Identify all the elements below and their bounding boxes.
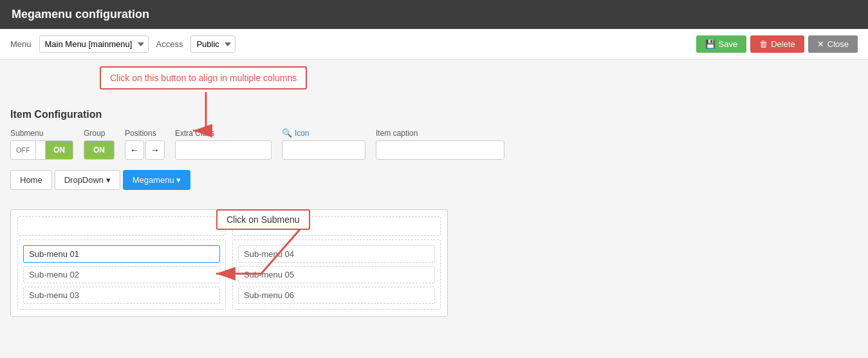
submenu-field: Submenu OFF ON (10, 129, 73, 160)
position-right-button[interactable]: → (145, 140, 165, 160)
toolbar-buttons: 💾 Save 🗑 Delete ✕ Close (696, 35, 858, 53)
toggle-on-label: ON (46, 141, 73, 159)
icon-input[interactable] (282, 140, 365, 160)
tab-megamenu-label: Megamenu (133, 175, 174, 185)
icon-label-text: Icon (295, 129, 309, 138)
icon-field: 🔍 Icon (282, 128, 365, 160)
callout-align-box: Click on this button to align in multipl… (100, 66, 307, 90)
mega-item-2-label: Sub-menu 02 (29, 270, 79, 279)
config-row: Submenu OFF ON Group ON Positions ← → (10, 128, 858, 160)
delete-button[interactable]: 🗑 Delete (750, 35, 804, 53)
save-label: Save (719, 39, 738, 49)
search-icon: 🔍 (282, 128, 292, 138)
submenu-label: Submenu (10, 129, 73, 138)
menu-label: Menu (10, 39, 32, 49)
mega-column-2-items: Sub-menu 04 Sub-menu 05 Sub-menu 06 (232, 240, 441, 310)
megamenu-column-1: Sub-menu 01 Sub-menu 02 Sub-menu 03 (17, 216, 226, 310)
menu-select[interactable]: Main Menu [mainmenu] (39, 35, 149, 53)
delete-icon: 🗑 (759, 39, 768, 49)
tab-megamenu[interactable]: Megamenu (123, 170, 191, 190)
extra-class-field: Extra Class (175, 129, 272, 160)
callout-align-text: Click on this button to align in multipl… (110, 73, 297, 83)
mega-item-1[interactable]: Sub-menu 01 (23, 245, 220, 263)
icon-label-row: 🔍 Icon (282, 128, 365, 138)
access-label: Access (156, 39, 183, 49)
right-arrow-icon: → (151, 145, 160, 155)
page-header: Megamenu configuration (0, 0, 868, 29)
positions-label: Positions (125, 129, 165, 138)
save-icon: 💾 (705, 39, 716, 49)
callout-submenu-text: Click on Submenu (226, 214, 300, 225)
submenu-toggle[interactable]: OFF ON (10, 140, 73, 160)
callout-submenu-box: Click on Submenu (216, 209, 310, 230)
mega-item-6-label: Sub-menu 06 (244, 290, 294, 300)
item-caption-field: Item caption (376, 129, 504, 160)
extra-class-input[interactable] (175, 140, 272, 160)
item-caption-input[interactable] (376, 140, 504, 160)
megamenu-annotation-area: Click on Submenu Sub-menu 01 (10, 209, 858, 317)
group-toggle[interactable]: ON (84, 140, 115, 160)
close-label: Close (827, 39, 849, 49)
toolbar: Menu Main Menu [mainmenu] Access Public … (0, 29, 868, 60)
page-title: Megamenu configuration (12, 8, 149, 21)
toggle-handle (35, 141, 46, 159)
mega-column-1-top (17, 216, 226, 236)
megamenu-column-2: Sub-menu 04 Sub-menu 05 Sub-menu 06 (232, 216, 441, 310)
positions-buttons: ← → (125, 140, 165, 160)
tab-home-label: Home (20, 175, 42, 185)
mega-item-3-label: Sub-menu 03 (29, 290, 79, 300)
left-arrow-icon: ← (130, 145, 139, 155)
positions-field: Positions ← → (125, 129, 165, 160)
megamenu-grid: Sub-menu 01 Sub-menu 02 Sub-menu 03 (17, 216, 441, 310)
mega-item-5-label: Sub-menu 05 (244, 270, 294, 279)
tab-dropdown-label: DropDown (64, 175, 104, 185)
group-label: Group (84, 129, 115, 138)
section-title: Item Configuration (10, 109, 858, 120)
mega-item-1-label: Sub-menu 01 (29, 249, 79, 259)
mega-item-2[interactable]: Sub-menu 02 (23, 266, 220, 283)
extra-class-label: Extra Class (175, 129, 272, 138)
mega-item-4[interactable]: Sub-menu 04 (238, 245, 435, 263)
close-icon: ✕ (817, 39, 824, 49)
tab-dropdown[interactable]: DropDown (55, 170, 120, 190)
mega-item-5[interactable]: Sub-menu 05 (238, 266, 435, 283)
access-select[interactable]: Public (190, 35, 235, 53)
save-button[interactable]: 💾 Save (696, 35, 747, 53)
mega-item-3[interactable]: Sub-menu 03 (23, 287, 220, 304)
mega-column-1-items: Sub-menu 01 Sub-menu 02 Sub-menu 03 (17, 240, 226, 310)
group-field: Group ON (84, 129, 115, 160)
close-button[interactable]: ✕ Close (808, 35, 858, 53)
tab-home[interactable]: Home (10, 170, 52, 190)
main-content: Click on this button to align in multipl… (0, 60, 868, 327)
position-left-button[interactable]: ← (125, 140, 144, 160)
delete-label: Delete (771, 39, 795, 49)
group-on-label: ON (84, 141, 114, 159)
menu-tabs: Home DropDown Megamenu (10, 170, 858, 190)
toggle-off-label: OFF (11, 141, 35, 159)
mega-item-6[interactable]: Sub-menu 06 (238, 287, 435, 304)
item-caption-label: Item caption (376, 129, 504, 138)
mega-item-4-label: Sub-menu 04 (244, 249, 294, 259)
